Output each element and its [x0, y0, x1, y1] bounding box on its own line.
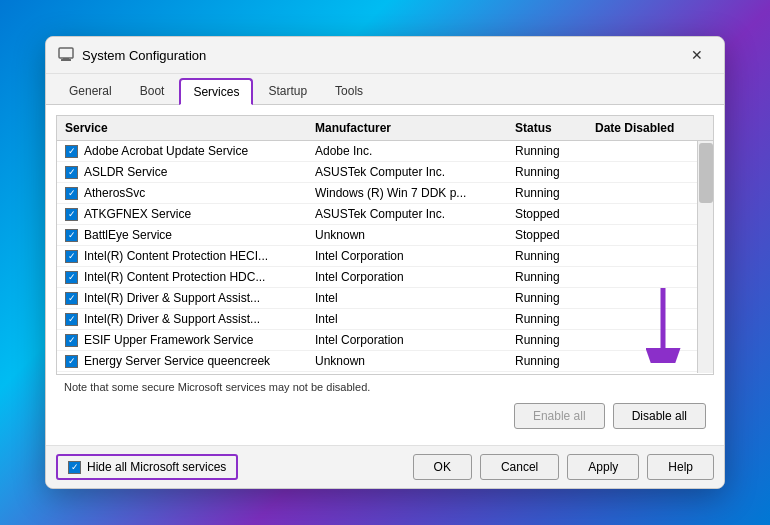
table-row: Energy Server Service queencreekUnknownR…	[57, 351, 713, 372]
service-checkbox[interactable]	[65, 292, 78, 305]
svg-rect-2	[63, 58, 69, 60]
table-header: Service Manufacturer Status Date Disable…	[57, 116, 713, 141]
scrollbar[interactable]	[697, 141, 713, 373]
manufacturer-cell: Intel Corporation	[307, 267, 507, 287]
service-name: Intel(R) Content Protection HDC...	[84, 270, 265, 284]
manufacturer-cell: Intel	[307, 309, 507, 329]
manufacturer-cell: ASUSTek Computer Inc.	[307, 162, 507, 182]
service-checkbox[interactable]	[65, 145, 78, 158]
status-cell: Running	[507, 351, 587, 371]
hide-microsoft-text: Hide all Microsoft services	[87, 460, 226, 474]
manufacturer-cell: Adobe Inc.	[307, 141, 507, 161]
cancel-button[interactable]: Cancel	[480, 454, 559, 480]
service-checkbox[interactable]	[65, 229, 78, 242]
manufacturer-cell: Unknown	[307, 351, 507, 371]
status-cell: Running	[507, 183, 587, 203]
service-checkbox[interactable]	[65, 250, 78, 263]
service-cell: Intel(R) Driver & Support Assist...	[57, 288, 307, 308]
system-config-window: System Configuration ✕ General Boot Serv…	[45, 36, 725, 489]
table-row: Intel(R) Driver & Support Assist...Intel…	[57, 288, 713, 309]
status-cell: Running	[507, 141, 587, 161]
status-cell: Stopped	[507, 225, 587, 245]
tab-bar: General Boot Services Startup Tools	[46, 74, 724, 105]
date-cell	[587, 183, 707, 203]
window-icon	[58, 47, 74, 63]
action-buttons: Enable all Disable all	[56, 399, 714, 435]
service-name: BattlEye Service	[84, 228, 172, 242]
service-checkbox[interactable]	[65, 313, 78, 326]
manufacturer-cell: Intel	[307, 288, 507, 308]
table-row: ESIF Upper Framework ServiceIntel Corpor…	[57, 330, 713, 351]
table-row: ASLDR ServiceASUSTek Computer Inc.Runnin…	[57, 162, 713, 183]
window-title: System Configuration	[82, 48, 682, 63]
service-checkbox[interactable]	[65, 355, 78, 368]
bottom-bar: Hide all Microsoft services OK Cancel Ap…	[46, 445, 724, 488]
service-cell: AtherosSvc	[57, 183, 307, 203]
table-row: ATKGFNEX ServiceASUSTek Computer Inc.Sto…	[57, 204, 713, 225]
titlebar: System Configuration ✕	[46, 37, 724, 74]
hide-microsoft-label[interactable]: Hide all Microsoft services	[56, 454, 238, 480]
note-text: Note that some secure Microsoft services…	[56, 375, 714, 399]
status-cell: Running	[507, 288, 587, 308]
service-checkbox[interactable]	[65, 208, 78, 221]
scrollbar-thumb[interactable]	[699, 143, 713, 203]
table-row: AtherosSvcWindows (R) Win 7 DDK p...Runn…	[57, 183, 713, 204]
disable-all-button[interactable]: Disable all	[613, 403, 706, 429]
manufacturer-cell: Intel Corporation	[307, 330, 507, 350]
service-name: ATKGFNEX Service	[84, 207, 191, 221]
service-cell: ASLDR Service	[57, 162, 307, 182]
col-manufacturer: Manufacturer	[307, 119, 507, 137]
col-status: Status	[507, 119, 587, 137]
col-date: Date Disabled	[587, 119, 707, 137]
date-cell	[587, 162, 707, 182]
status-cell: Running	[507, 267, 587, 287]
table-row: Intel(R) Content Protection HDC...Intel …	[57, 267, 713, 288]
service-name: AtherosSvc	[84, 186, 145, 200]
status-cell: Stopped	[507, 204, 587, 224]
tab-general[interactable]: General	[56, 78, 125, 104]
tab-content: Service Manufacturer Status Date Disable…	[46, 105, 724, 445]
service-cell: Intel(R) Content Protection HECI...	[57, 246, 307, 266]
help-button[interactable]: Help	[647, 454, 714, 480]
footer-buttons: OK Cancel Apply Help	[413, 454, 714, 480]
close-button[interactable]: ✕	[682, 45, 712, 65]
service-checkbox[interactable]	[65, 187, 78, 200]
ok-button[interactable]: OK	[413, 454, 472, 480]
date-cell	[587, 372, 707, 373]
service-cell: FlexNet Licensing Service 64	[57, 372, 307, 373]
svg-rect-0	[59, 48, 73, 58]
service-checkbox[interactable]	[65, 271, 78, 284]
table-row: Intel(R) Content Protection HECI...Intel…	[57, 246, 713, 267]
tab-startup[interactable]: Startup	[255, 78, 320, 104]
status-cell: Running	[507, 330, 587, 350]
date-cell	[587, 225, 707, 245]
manufacturer-cell: ASUSTek Computer Inc.	[307, 204, 507, 224]
service-checkbox[interactable]	[65, 166, 78, 179]
manufacturer-cell: Unknown	[307, 225, 507, 245]
service-checkbox[interactable]	[65, 334, 78, 347]
service-name: ASLDR Service	[84, 165, 167, 179]
hide-microsoft-checkbox[interactable]	[68, 461, 81, 474]
service-cell: BattlEye Service	[57, 225, 307, 245]
service-cell: Intel(R) Driver & Support Assist...	[57, 309, 307, 329]
service-cell: Adobe Acrobat Update Service	[57, 141, 307, 161]
service-cell: Intel(R) Content Protection HDC...	[57, 267, 307, 287]
arrow-annotation	[633, 283, 693, 363]
tab-tools[interactable]: Tools	[322, 78, 376, 104]
table-body: Adobe Acrobat Update ServiceAdobe Inc.Ru…	[57, 141, 713, 373]
apply-button[interactable]: Apply	[567, 454, 639, 480]
date-cell	[587, 246, 707, 266]
tab-boot[interactable]: Boot	[127, 78, 178, 104]
table-row: FlexNet Licensing Service 64Flexera Soft…	[57, 372, 713, 373]
tab-services[interactable]: Services	[179, 78, 253, 105]
manufacturer-cell: Flexera Software LLC	[307, 372, 507, 373]
enable-all-button[interactable]: Enable all	[514, 403, 605, 429]
manufacturer-cell: Windows (R) Win 7 DDK p...	[307, 183, 507, 203]
services-table: Service Manufacturer Status Date Disable…	[56, 115, 714, 375]
date-cell	[587, 141, 707, 161]
service-name: Adobe Acrobat Update Service	[84, 144, 248, 158]
table-row: BattlEye ServiceUnknownStopped	[57, 225, 713, 246]
status-cell: Running	[507, 162, 587, 182]
table-row: Intel(R) Driver & Support Assist...Intel…	[57, 309, 713, 330]
service-cell: ATKGFNEX Service	[57, 204, 307, 224]
